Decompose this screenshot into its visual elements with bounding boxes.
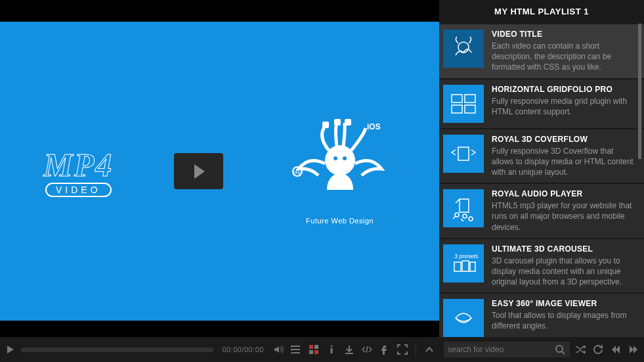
- svg-point-7: [333, 156, 337, 160]
- playlist-item-text: VIDEO TITLEEach video can contain a shor…: [492, 30, 637, 73]
- playlist-item-desc: Fully responsive 3D Coverflow that allow…: [492, 146, 635, 178]
- prev-icon: [611, 344, 621, 355]
- svg-rect-13: [465, 105, 475, 113]
- volume-icon: [273, 344, 284, 355]
- download-button[interactable]: [343, 344, 355, 355]
- playlist-thumb: [443, 85, 484, 123]
- svg-text:php: php: [293, 170, 302, 175]
- svg-rect-23: [309, 350, 313, 354]
- grid-icon: [309, 344, 319, 355]
- playlist-scrollbar[interactable]: [638, 24, 641, 332]
- svg-rect-1: [322, 122, 329, 128]
- video-screen: MP4 VIDEO: [0, 22, 439, 321]
- next-icon: [628, 344, 639, 355]
- octopus-logo: iOS php Future Web Design: [284, 118, 396, 225]
- play-button[interactable]: [174, 153, 223, 189]
- playlist-toggle-button[interactable]: [290, 344, 302, 355]
- collapse-search-button[interactable]: [423, 344, 435, 355]
- playlist-item-title: ROYAL 3D COVERFLOW: [492, 135, 635, 144]
- playlist-thumb: [443, 135, 484, 173]
- playlist-item-desc: Each video can contain a short descripti…: [492, 41, 635, 73]
- playlist-item[interactable]: ROYAL 3D COVERFLOWFully responsive 3D Co…: [439, 129, 644, 185]
- playlist-item-title: ROYAL AUDIO PLAYER: [492, 189, 635, 198]
- info-button[interactable]: [326, 344, 337, 355]
- playlist-panel: MY HTML PLAYLIST 1 VIDEO TITLEEach video…: [439, 0, 644, 337]
- svg-rect-3: [345, 119, 351, 125]
- playlist-item-title: EASY 360° IMAGE VIEWER: [492, 299, 635, 308]
- playlist-items[interactable]: VIDEO TITLEEach video can contain a shor…: [439, 24, 644, 337]
- svg-rect-19: [462, 261, 469, 271]
- embed-button[interactable]: [361, 344, 373, 355]
- playlist-thumb: [443, 299, 484, 337]
- svg-rect-26: [331, 348, 333, 353]
- mp4-video-logo: MP4 VIDEO: [43, 146, 113, 197]
- playlist-item-title: VIDEO TITLE: [492, 30, 635, 39]
- play-pause-button[interactable]: [5, 344, 16, 355]
- octopus-caption: Future Web Design: [284, 217, 396, 225]
- info-icon: [326, 344, 337, 355]
- svg-rect-11: [465, 95, 475, 102]
- playlist-item-text: ULTIMATE 3D CAROUSEL3D carousel plugin t…: [492, 244, 637, 288]
- play-icon: [194, 164, 205, 179]
- playlist-item-text: ROYAL 3D COVERFLOWFully responsive 3D Co…: [492, 135, 637, 178]
- volume-button[interactable]: [272, 344, 284, 355]
- facebook-icon: [379, 344, 390, 355]
- svg-rect-12: [452, 105, 462, 113]
- scrollbar-thumb[interactable]: [638, 24, 641, 159]
- svg-text:iOS: iOS: [367, 122, 381, 131]
- search-box[interactable]: [444, 342, 570, 357]
- playlist-item-desc: 3D carousel plugin that allows you to di…: [492, 256, 635, 288]
- svg-rect-21: [309, 345, 313, 349]
- svg-rect-18: [454, 262, 461, 271]
- playlist-thumb: 3 presets: [443, 244, 484, 283]
- playlist-item[interactable]: 3 presetsULTIMATE 3D CAROUSEL3D carousel…: [439, 239, 644, 294]
- time-display: 00:00/00:00: [222, 346, 264, 353]
- svg-point-27: [556, 346, 563, 352]
- playlist-title: MY HTML PLAYLIST 1: [439, 0, 644, 24]
- previous-button[interactable]: [610, 344, 622, 355]
- playlist-item[interactable]: HORIZONTAL GRIDFOLIO PROFully responsive…: [439, 79, 644, 129]
- download-icon: [344, 344, 354, 355]
- next-button[interactable]: [628, 344, 639, 355]
- video-text: VIDEO: [45, 183, 112, 197]
- playlist-item-desc: HTML5 mp3 player for your website that r…: [492, 200, 635, 233]
- playlist-item[interactable]: ROYAL AUDIO PLAYERHTML5 mp3 player for y…: [439, 184, 644, 239]
- control-divider: [416, 342, 416, 357]
- svg-rect-20: [470, 262, 475, 271]
- playlist-item[interactable]: EASY 360° IMAGE VIEWERTool that allows t…: [439, 294, 644, 337]
- shuffle-button[interactable]: [574, 344, 586, 355]
- control-bar: 00:00/00:00: [0, 337, 644, 362]
- playlist-item-text: ROYAL AUDIO PLAYERHTML5 mp3 player for y…: [492, 189, 637, 233]
- video-player-area: MP4 VIDEO: [0, 0, 439, 337]
- embed-icon: [362, 344, 372, 355]
- search-input[interactable]: [448, 345, 554, 354]
- playlist-item-desc: Fully responsive media grid plugin with …: [492, 96, 635, 117]
- fullscreen-button[interactable]: [397, 344, 408, 355]
- mp4-text: MP4: [43, 146, 113, 184]
- playlist-item-text: HORIZONTAL GRIDFOLIO PROFully responsive…: [492, 85, 637, 123]
- svg-point-8: [343, 156, 347, 160]
- svg-rect-22: [314, 345, 318, 349]
- playlist-item-desc: Tool that allows to display images from …: [492, 310, 635, 331]
- loop-icon: [593, 344, 603, 355]
- fullscreen-icon: [397, 344, 408, 355]
- play-icon: [5, 344, 16, 355]
- playlist-thumb: [443, 189, 484, 227]
- playlist-icon: [291, 344, 301, 355]
- svg-rect-10: [452, 95, 462, 102]
- progress-bar[interactable]: [21, 348, 213, 352]
- shuffle-icon: [575, 344, 586, 355]
- octopus-icon: iOS php: [284, 118, 396, 210]
- search-button[interactable]: [554, 344, 566, 355]
- playlist-item-text: EASY 360° IMAGE VIEWERTool that allows t…: [492, 299, 637, 337]
- playlist-item-title: HORIZONTAL GRIDFOLIO PRO: [492, 85, 635, 94]
- loop-button[interactable]: [592, 344, 604, 355]
- svg-rect-14: [458, 147, 469, 160]
- categories-button[interactable]: [308, 344, 320, 355]
- svg-text:3 presets: 3 presets: [454, 253, 478, 260]
- playlist-thumb: [443, 30, 484, 68]
- svg-rect-24: [314, 350, 318, 354]
- facebook-button[interactable]: [379, 344, 391, 355]
- playlist-item[interactable]: VIDEO TITLEEach video can contain a shor…: [439, 24, 644, 79]
- search-icon: [555, 344, 565, 355]
